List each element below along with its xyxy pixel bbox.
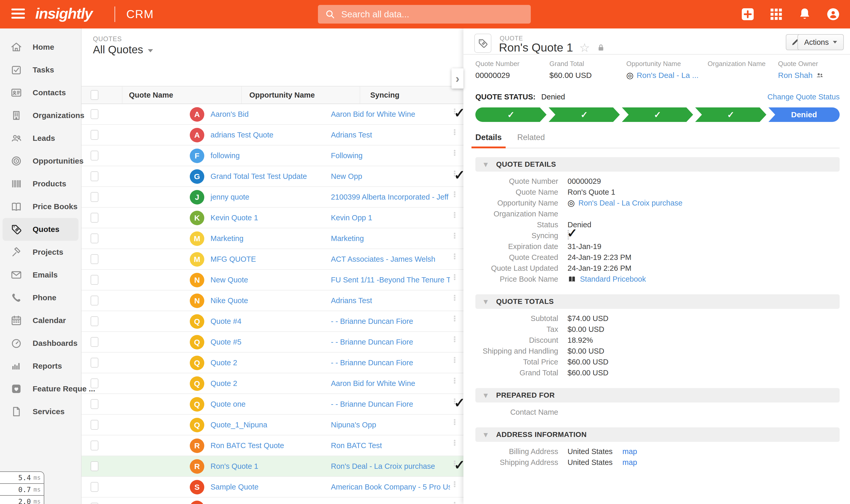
row-checkbox[interactable]	[91, 461, 98, 471]
opportunity-name-link[interactable]: Aaron Bid for White Wine	[331, 373, 415, 394]
row-checkbox[interactable]	[91, 192, 98, 202]
quote-name-link[interactable]: Nike Quote	[211, 290, 248, 311]
sidebar-item-price-books[interactable]: Price Books	[0, 195, 81, 218]
favorite-star-icon[interactable]: ☆	[579, 42, 590, 54]
quote-name-link[interactable]: Grand Total Test Test Update	[211, 166, 307, 186]
map-link[interactable]: map	[622, 458, 637, 467]
quote-name-link[interactable]: Sample Quote	[211, 477, 258, 497]
sidebar-item-emails[interactable]: Emails	[0, 264, 81, 286]
quote-name-link[interactable]: New Quote	[211, 270, 248, 290]
sidebar-item-dashboards[interactable]: Dashboards	[0, 332, 81, 355]
row-checkbox[interactable]	[91, 109, 98, 119]
opportunity-name-link[interactable]: 2100399 Alberta Incorporated - Jeff ...	[331, 187, 450, 207]
tab-details[interactable]: Details	[475, 133, 502, 142]
opportunity-name-link[interactable]: ACT Associates - James Welsh	[331, 249, 435, 269]
row-checkbox[interactable]	[91, 130, 98, 140]
status-step[interactable]: Denied	[768, 107, 840, 122]
change-quote-status-link[interactable]: Change Quote Status	[767, 93, 840, 101]
notifications-bell-icon[interactable]	[797, 7, 812, 22]
opportunity-name-link[interactable]: Kevin Opp 1	[331, 208, 372, 228]
quote-row[interactable]: SSushamna QuoteRon BATC Test	[82, 498, 464, 504]
quote-row[interactable]: KKevin Quote 1Kevin Opp 1	[82, 208, 464, 228]
opportunity-name-link[interactable]: New Opp	[331, 166, 362, 186]
summary-value-link[interactable]: Ron Shah	[778, 71, 812, 80]
quote-row[interactable]: QQuote #4- - Brianne Duncan Fiore	[82, 311, 464, 332]
column-header-opportunity-name[interactable]: Opportunity Name	[242, 87, 360, 104]
sidebar-item-services[interactable]: Services	[0, 400, 81, 423]
opportunity-name-link[interactable]: - - Brianne Duncan Fiore	[331, 353, 413, 373]
quote-row[interactable]: RRon BATC Test QuoteRon BATC Test	[82, 435, 464, 456]
row-checkbox[interactable]	[91, 275, 98, 285]
quote-row[interactable]: NNike QuoteAdrians Test	[82, 290, 464, 311]
quote-name-link[interactable]: Quote one	[211, 394, 246, 414]
sidebar-item-quotes[interactable]: Quotes	[3, 218, 78, 241]
map-link[interactable]: map	[622, 447, 637, 456]
status-step[interactable]: ✓	[549, 107, 620, 122]
opportunity-name-link[interactable]: Nipuna's Opp	[331, 415, 376, 435]
section-header[interactable]: ▼PREPARED FOR	[475, 388, 840, 402]
opportunity-name-link[interactable]: Following	[331, 145, 363, 166]
row-checkbox[interactable]	[91, 234, 98, 243]
quote-row[interactable]: NNew QuoteFU Sent 1/11 -Beyond The Tenur…	[82, 270, 464, 290]
opportunity-name-link[interactable]: Adrians Test	[331, 125, 372, 145]
field-value-link[interactable]: Standard Pricebook	[580, 275, 646, 284]
opportunity-name-link[interactable]: American Book Company - 5 Pro Use...	[331, 477, 450, 497]
menu-icon[interactable]	[12, 8, 25, 21]
quote-row[interactable]: Aadrians Test QuoteAdrians Test	[82, 125, 464, 145]
apps-grid-icon[interactable]	[769, 7, 784, 22]
status-step[interactable]: ✓	[475, 107, 546, 122]
quote-name-link[interactable]: Quote 2	[211, 373, 237, 394]
quote-name-link[interactable]: Ron's Quote 1	[211, 456, 258, 476]
opportunity-name-link[interactable]: Ron's Deal - La Croix purchase	[331, 456, 435, 476]
quote-row[interactable]: RRon's Quote 1Ron's Deal - La Croix purc…	[82, 456, 464, 477]
status-step[interactable]: ✓	[622, 107, 693, 122]
quote-name-link[interactable]: Ron BATC Test Quote	[211, 435, 284, 455]
quote-row[interactable]: QQuote one- - Brianne Duncan Fiore✓	[82, 394, 464, 415]
quote-name-link[interactable]: Quote_1_Nipuna	[211, 415, 267, 435]
opportunity-name-link[interactable]: Marketing	[331, 228, 364, 249]
row-checkbox[interactable]	[91, 337, 98, 347]
quote-name-link[interactable]: Kevin Quote 1	[211, 208, 258, 228]
opportunity-name-link[interactable]: FU Sent 1/11 -Beyond The Tenure Tra...	[331, 270, 450, 290]
row-checkbox[interactable]	[91, 316, 98, 326]
row-checkbox[interactable]	[91, 399, 98, 409]
quote-row[interactable]: GGrand Total Test Test UpdateNew Opp✓	[82, 166, 464, 187]
quote-name-link[interactable]: Aaron's Bid	[211, 104, 249, 124]
opportunity-name-link[interactable]: - - Brianne Duncan Fiore	[331, 311, 413, 331]
row-checkbox[interactable]	[91, 440, 98, 450]
sidebar-item-phone[interactable]: Phone	[0, 286, 81, 309]
opportunity-name-link[interactable]: Aaron Bid for White Wine	[331, 104, 415, 124]
search-input[interactable]: Search all data...	[318, 5, 531, 23]
opportunity-name-link[interactable]: - - Brianne Duncan Fiore	[331, 332, 413, 352]
opportunity-name-link[interactable]: Ron BATC Test	[331, 498, 382, 504]
quote-row[interactable]: QQuote_1_NipunaNipuna's Opp	[82, 415, 464, 435]
row-checkbox[interactable]	[91, 420, 98, 430]
sidebar-item-contacts[interactable]: Contacts	[0, 81, 81, 104]
quote-name-link[interactable]: Quote #4	[211, 311, 241, 331]
row-checkbox[interactable]	[91, 254, 98, 264]
add-icon[interactable]	[740, 7, 755, 22]
quote-name-link[interactable]: jenny quote	[211, 187, 249, 207]
sidebar-item-organizations[interactable]: Organizations	[0, 104, 81, 127]
sidebar-item-opportunities[interactable]: Opportunities	[0, 150, 81, 173]
quote-row[interactable]: AAaron's BidAaron Bid for White Wine✓	[82, 104, 464, 125]
list-filter-dropdown[interactable]: All Quotes	[93, 43, 153, 56]
summary-value-link[interactable]: Ron's Deal - La ...	[637, 71, 699, 80]
quote-name-link[interactable]: Quote 2	[211, 353, 237, 373]
row-checkbox[interactable]	[91, 482, 98, 492]
tab-related[interactable]: Related	[517, 133, 545, 142]
sidebar-item-calendar[interactable]: Calendar	[0, 309, 81, 332]
quote-row[interactable]: QQuote 2- - Brianne Duncan Fiore	[82, 353, 464, 373]
section-header[interactable]: ▼QUOTE TOTALS	[475, 294, 840, 309]
section-header[interactable]: ▼QUOTE DETAILS	[475, 157, 840, 172]
expand-panel-button[interactable]: ›	[452, 68, 464, 89]
quote-row[interactable]: SSample QuoteAmerican Book Company - 5 P…	[82, 477, 464, 498]
field-value-link[interactable]: Ron's Deal - La Croix purchase	[578, 199, 683, 208]
quote-name-link[interactable]: Sushamna Quote	[211, 498, 269, 504]
quote-name-link[interactable]: Marketing	[211, 228, 243, 249]
quote-name-link[interactable]: following	[211, 145, 240, 166]
status-step[interactable]: ✓	[695, 107, 766, 122]
row-checkbox[interactable]	[91, 213, 98, 222]
quote-row[interactable]: MMarketingMarketing	[82, 228, 464, 249]
row-checkbox[interactable]	[91, 358, 98, 367]
